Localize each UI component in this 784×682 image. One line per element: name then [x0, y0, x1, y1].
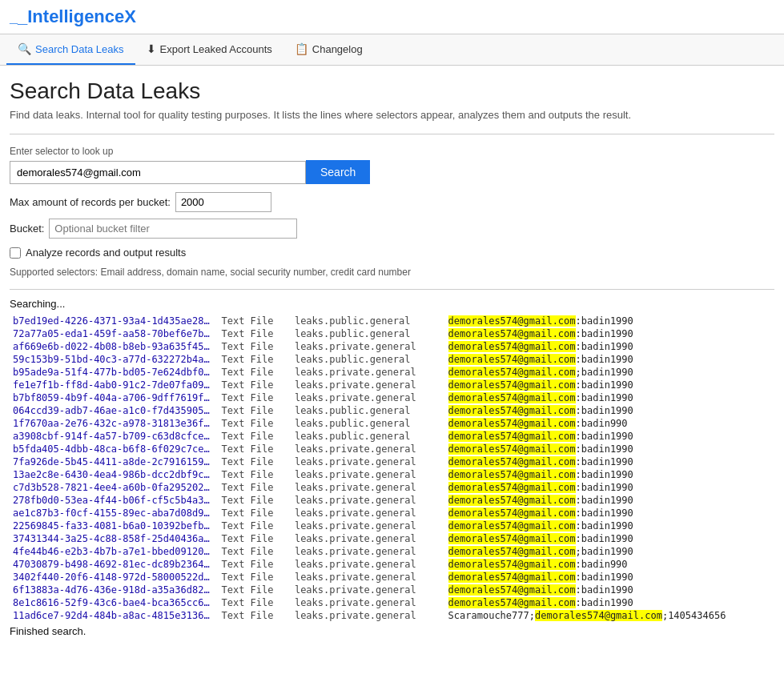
- result-value: demorales574@gmail.com;badin1990: [440, 366, 774, 379]
- result-bucket: leaks.private.general: [287, 494, 440, 507]
- table-row: 278fb0d0-53ea-4f44-b06f-cf5c5b4a3b3dText…: [10, 494, 774, 507]
- finished-label: Finished search.: [10, 625, 774, 637]
- table-row: 1f7670aa-2e76-432c-a978-31813e36fdcfText…: [10, 417, 774, 430]
- result-hash[interactable]: b5fda405-4dbb-48ca-b6f8-6f029c7ce905: [10, 443, 213, 455]
- result-type: Text File: [213, 481, 286, 494]
- result-hash[interactable]: 22569845-fa33-4081-b6a0-10392befbd7e: [10, 520, 213, 532]
- result-type: Text File: [213, 327, 286, 340]
- result-value: demorales574@gmail.com:badin1990: [440, 571, 774, 584]
- result-hash[interactable]: 13ae2c8e-6430-4ea4-986b-dcc2dbf9ca6d: [10, 468, 213, 481]
- result-bucket: leaks.public.general: [287, 353, 440, 366]
- result-value: demorales574@gmail.com:badin1990: [440, 404, 774, 417]
- result-type: Text File: [213, 366, 286, 379]
- result-hash[interactable]: 8e1c8616-52f9-43c6-bae4-bca365cc6512: [10, 596, 213, 609]
- result-hash[interactable]: 278fb0d0-53ea-4f44-b06f-cf5c5b4a3b3d: [10, 494, 213, 507]
- search-row: Search: [10, 160, 774, 184]
- result-hash[interactable]: 3402f440-20f6-4148-972d-58000522d682: [10, 571, 213, 584]
- result-value: demorales574@gmail.com:badin1990: [440, 315, 774, 327]
- result-hash[interactable]: 064ccd39-adb7-46ae-a1c0-f7d435905510: [10, 404, 213, 417]
- result-bucket: leaks.private.general: [287, 558, 440, 571]
- result-value: demorales574@gmail.com:badin1990: [440, 327, 774, 340]
- result-bucket: leaks.private.general: [287, 455, 440, 468]
- result-type: Text File: [213, 507, 286, 520]
- table-row: 72a77a05-eda1-459f-aa58-70bef6e7be02Text…: [10, 327, 774, 340]
- analyze-checkbox[interactable]: [10, 247, 21, 259]
- supported-selectors: Supported selectors: Email address, doma…: [10, 267, 774, 278]
- export-nav-icon: ⬇: [147, 42, 156, 55]
- result-hash[interactable]: ae1c87b3-f0cf-4155-89ec-aba7d08d95a4: [10, 507, 213, 520]
- table-row: 3402f440-20f6-4148-972d-58000522d682Text…: [10, 571, 774, 584]
- result-type: Text File: [213, 520, 286, 532]
- result-hash[interactable]: b95ade9a-51f4-477b-bd05-7e624dbf029b: [10, 366, 213, 379]
- search-input[interactable]: [10, 161, 306, 184]
- result-hash[interactable]: c7d3b528-7821-4ee4-a60b-0fa295202332: [10, 481, 213, 494]
- result-bucket: leaks.private.general: [287, 379, 440, 391]
- result-hash[interactable]: 59c153b9-51bd-40c3-a77d-632272b4a6bb: [10, 353, 213, 366]
- result-hash[interactable]: 1f7670aa-2e76-432c-a978-31813e36fdcf: [10, 417, 213, 430]
- result-type: Text File: [213, 558, 286, 571]
- result-hash[interactable]: fe1e7f1b-ff8d-4ab0-91c2-7de07fa093f8: [10, 379, 213, 391]
- records-row: Max amount of records per bucket:: [10, 192, 774, 212]
- results-table: b7ed19ed-4226-4371-93a4-1d435ae286b5Text…: [10, 315, 774, 622]
- highlighted-email: demorales574@gmail.com: [448, 379, 576, 391]
- result-bucket: leaks.private.general: [287, 571, 440, 584]
- records-label: Max amount of records per bucket:: [10, 196, 171, 208]
- bucket-input[interactable]: [49, 219, 297, 239]
- highlighted-email: demorales574@gmail.com: [448, 584, 576, 596]
- result-hash[interactable]: b7ed19ed-4226-4371-93a4-1d435ae286b5: [10, 315, 213, 327]
- result-hash[interactable]: 47030879-b498-4692-81ec-dc89b2364cc5: [10, 558, 213, 571]
- result-value: demorales574@gmail.com:badin1990: [440, 430, 774, 443]
- nav-export-leaked[interactable]: ⬇ Export Leaked Accounts: [135, 34, 283, 65]
- nav-changelog-label: Changelog: [312, 43, 363, 55]
- table-row: b5fda405-4dbb-48ca-b6f8-6f029c7ce905Text…: [10, 443, 774, 455]
- result-bucket: leaks.public.general: [287, 327, 440, 340]
- app-header: __IntelligenceX: [0, 0, 784, 34]
- result-bucket: leaks.public.general: [287, 430, 440, 443]
- result-bucket: leaks.private.general: [287, 545, 440, 558]
- table-row: b7bf8059-4b9f-404a-a706-9dff7619fad3Text…: [10, 391, 774, 404]
- result-type: Text File: [213, 468, 286, 481]
- main-nav: 🔍 Search Data Leaks ⬇ Export Leaked Acco…: [0, 34, 784, 66]
- result-bucket: leaks.private.general: [287, 596, 440, 609]
- highlighted-email: demorales574@gmail.com: [448, 597, 576, 608]
- result-hash[interactable]: b7bf8059-4b9f-404a-a706-9dff7619fad3: [10, 391, 213, 404]
- table-row: ae1c87b3-f0cf-4155-89ec-aba7d08d95a4Text…: [10, 507, 774, 520]
- nav-changelog[interactable]: 📋 Changelog: [283, 34, 374, 65]
- search-button[interactable]: Search: [306, 160, 370, 184]
- result-bucket: leaks.private.general: [287, 391, 440, 404]
- highlighted-email: demorales574@gmail.com: [448, 354, 576, 365]
- result-type: Text File: [213, 584, 286, 596]
- result-bucket: leaks.private.general: [287, 468, 440, 481]
- result-hash[interactable]: 7fa926de-5b45-4411-a8de-2c79161591d1: [10, 455, 213, 468]
- table-row: c7d3b528-7821-4ee4-a60b-0fa295202332Text…: [10, 481, 774, 494]
- table-row: 47030879-b498-4692-81ec-dc89b2364cc5Text…: [10, 558, 774, 571]
- changelog-nav-icon: 📋: [295, 42, 308, 55]
- nav-export-label: Export Leaked Accounts: [160, 43, 272, 55]
- highlighted-email: demorales574@gmail.com: [448, 482, 576, 493]
- result-value: demorales574@gmail.com:badin1990: [440, 379, 774, 391]
- result-hash[interactable]: a3908cbf-914f-4a57-b709-c63d8cfce58d: [10, 430, 213, 443]
- highlighted-email: demorales574@gmail.com: [448, 546, 576, 557]
- table-row: 22569845-fa33-4081-b6a0-10392befbd7eText…: [10, 520, 774, 532]
- result-value: demorales574@gmail.com:badin1990: [440, 507, 774, 520]
- bucket-row: Bucket:: [10, 219, 774, 239]
- result-bucket: leaks.public.general: [287, 315, 440, 327]
- result-type: Text File: [213, 417, 286, 430]
- page-subtitle: Find data leaks. Internal tool for quali…: [10, 109, 774, 121]
- result-type: Text File: [213, 315, 286, 327]
- result-hash[interactable]: 72a77a05-eda1-459f-aa58-70bef6e7be02: [10, 327, 213, 340]
- result-type: Text File: [213, 340, 286, 353]
- table-row: af669e6b-d022-4b08-b8eb-93a635f45a9aText…: [10, 340, 774, 353]
- result-hash[interactable]: 4fe44b46-e2b3-4b7b-a7e1-bbed09120c80: [10, 545, 213, 558]
- nav-search-data-leaks[interactable]: 🔍 Search Data Leaks: [6, 34, 135, 65]
- result-bucket: leaks.private.general: [287, 532, 440, 545]
- table-row: 11ad6ce7-92d4-484b-a8ac-4815e3136903Text…: [10, 609, 774, 622]
- result-hash[interactable]: 37431344-3a25-4c88-858f-25d40436a5cd: [10, 532, 213, 545]
- result-hash[interactable]: 6f13883a-4d76-436e-918d-a35a36d82226: [10, 584, 213, 596]
- result-hash[interactable]: af669e6b-d022-4b08-b8eb-93a635f45a9a: [10, 340, 213, 353]
- result-bucket: leaks.private.general: [287, 507, 440, 520]
- highlighted-email: demorales574@gmail.com: [448, 328, 576, 339]
- table-row: 6f13883a-4d76-436e-918d-a35a36d82226Text…: [10, 584, 774, 596]
- result-hash[interactable]: 11ad6ce7-92d4-484b-a8ac-4815e3136903: [10, 609, 213, 622]
- records-input[interactable]: [175, 192, 271, 212]
